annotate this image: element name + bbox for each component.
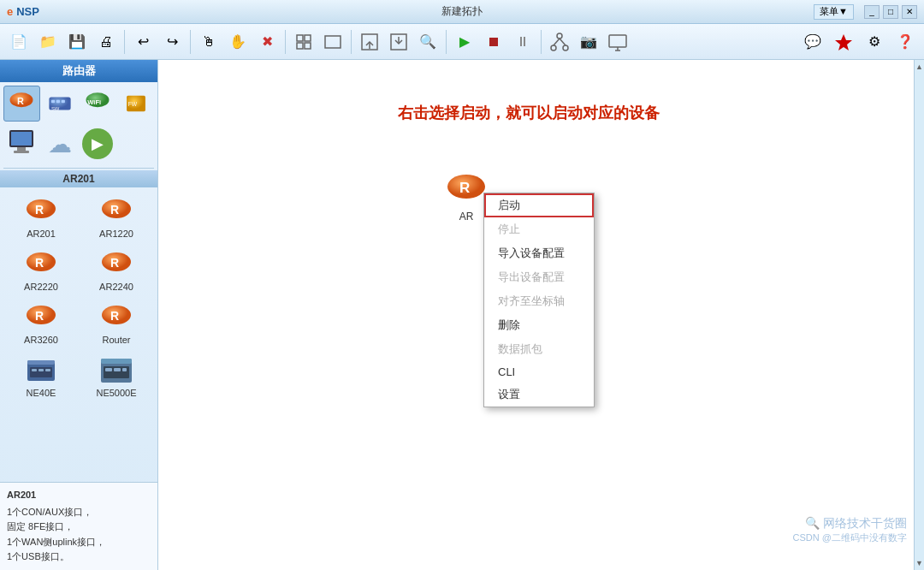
- sidebar: 路由器 R SW: [0, 60, 158, 570]
- sidebar-divider: [3, 168, 154, 169]
- forward-type-button[interactable]: ▶: [80, 125, 116, 163]
- ctx-delete[interactable]: 删除: [484, 313, 594, 337]
- cloud-type-button[interactable]: ☁: [42, 125, 79, 163]
- svg-text:SW: SW: [51, 106, 60, 111]
- firewall-type-button[interactable]: FW: [118, 86, 155, 122]
- stop-button[interactable]: ⏹: [480, 28, 507, 56]
- svg-text:R: R: [459, 180, 470, 196]
- pause-button[interactable]: ⏸: [509, 28, 536, 56]
- ctx-start[interactable]: 启动: [484, 193, 594, 217]
- link-button[interactable]: [290, 28, 317, 56]
- zoom-button[interactable]: 🔍: [414, 28, 441, 56]
- ctx-align: 对齐至坐标轴: [484, 289, 594, 313]
- sep1: [124, 30, 125, 54]
- redo-button[interactable]: ↪: [158, 28, 186, 56]
- monitor-button[interactable]: [604, 28, 631, 56]
- ctx-import-config[interactable]: 导入设备配置: [484, 241, 594, 265]
- huawei-button[interactable]: [830, 28, 857, 56]
- description-box: AR201 1个CON/AUX接口， 固定 8FE接口， 1个WAN侧uplin…: [0, 482, 157, 570]
- device-ar1220[interactable]: R AR1220: [80, 193, 152, 242]
- device-list-grid: R AR201 R AR1220 R: [0, 187, 157, 407]
- ne5000e-label: NE5000E: [96, 388, 136, 398]
- topo-button[interactable]: [546, 28, 573, 56]
- device-router[interactable]: R Router: [80, 299, 152, 348]
- maximize-button[interactable]: □: [883, 5, 898, 19]
- pc-monitor: [9, 130, 33, 147]
- scroll-down-btn[interactable]: ▼: [915, 556, 923, 570]
- title-bar-left: eNSP: [7, 5, 39, 18]
- scroll-up-btn[interactable]: ▲: [915, 60, 923, 74]
- menu-button[interactable]: 菜单▼: [814, 4, 854, 20]
- svg-rect-41: [27, 360, 55, 365]
- save-button[interactable]: 💾: [63, 28, 91, 56]
- close-button[interactable]: ✕: [902, 5, 917, 19]
- hand-button[interactable]: ✋: [224, 28, 252, 56]
- svg-rect-20: [51, 100, 55, 103]
- app-logo: eNSP: [7, 5, 39, 18]
- watermark-line1: 🔍 网络技术干货圈: [793, 516, 907, 531]
- ctx-settings[interactable]: 设置: [484, 383, 594, 407]
- svg-text:R: R: [35, 203, 44, 217]
- minimize-button[interactable]: _: [864, 5, 880, 19]
- settings-button[interactable]: ⚙: [861, 28, 888, 56]
- svg-text:R: R: [17, 96, 24, 106]
- device-list-title: AR201: [0, 170, 157, 187]
- router-type-button[interactable]: R: [3, 86, 40, 122]
- canvas-area[interactable]: ▲ ▼ 右击选择启动，就可以启动对应的设备 R AR 启动 停止 导入设备配置 …: [158, 60, 924, 570]
- open-button[interactable]: 📁: [34, 28, 62, 56]
- svg-rect-14: [609, 35, 626, 47]
- device-ar2220[interactable]: R AR2220: [5, 246, 77, 295]
- capture-button[interactable]: 📷: [575, 28, 602, 56]
- delete-button[interactable]: ✖: [253, 28, 281, 56]
- svg-rect-42: [30, 367, 52, 377]
- rect-button[interactable]: [319, 28, 346, 56]
- device-list-section: AR201 R AR201 R AR1220: [0, 170, 157, 482]
- vertical-scrollbar[interactable]: ▲ ▼: [914, 60, 924, 570]
- device-type-grid: R SW WiFi: [0, 82, 157, 125]
- svg-rect-50: [114, 368, 121, 371]
- canvas-device-ar[interactable]: R AR: [445, 171, 488, 223]
- ar201-label: AR201: [27, 229, 56, 239]
- export-button[interactable]: [356, 28, 383, 56]
- svg-line-13: [560, 39, 566, 45]
- svg-line-12: [554, 39, 560, 45]
- device-ar2240[interactable]: R AR2240: [80, 246, 152, 295]
- svg-rect-4: [325, 36, 341, 48]
- pc-type-button[interactable]: [3, 125, 40, 163]
- ne40e-label: NE40E: [27, 388, 56, 398]
- watermark: 🔍 网络技术干货圈 CSDN @二维码中没有数字: [793, 516, 907, 544]
- ctx-export-config: 导出设备配置: [484, 265, 594, 289]
- svg-text:FW: FW: [127, 101, 137, 107]
- logo-e: e: [7, 5, 13, 18]
- ar2220-label: AR2220: [24, 282, 58, 292]
- import-button[interactable]: [385, 28, 412, 56]
- svg-rect-22: [61, 100, 64, 103]
- svg-text:WiFi: WiFi: [87, 98, 101, 106]
- svg-rect-51: [122, 368, 127, 371]
- device-ar201[interactable]: R AR201: [5, 193, 77, 242]
- wireless-type-button[interactable]: WiFi: [80, 86, 116, 122]
- ctx-cli[interactable]: CLI: [484, 361, 594, 383]
- select-button[interactable]: 🖱: [195, 28, 222, 56]
- help-button[interactable]: ❓: [891, 28, 919, 56]
- undo-button[interactable]: ↩: [129, 28, 157, 56]
- start-button[interactable]: ▶: [451, 28, 478, 56]
- device-ne40e[interactable]: NE40E: [5, 352, 77, 401]
- main-layout: 路由器 R SW: [0, 60, 924, 570]
- svg-rect-47: [101, 359, 132, 364]
- print-button[interactable]: 🖨: [92, 28, 120, 56]
- title-bar: eNSP 新建拓扑 菜单▼ _ □ ✕: [0, 0, 924, 24]
- svg-rect-21: [56, 100, 60, 103]
- svg-rect-1: [305, 35, 311, 41]
- switch-type-button[interactable]: SW: [42, 86, 79, 122]
- chat-button[interactable]: 💬: [799, 28, 826, 56]
- sidebar-title: 路由器: [0, 60, 157, 82]
- desc-title: AR201: [7, 488, 151, 503]
- new-file-button[interactable]: 📄: [5, 28, 33, 56]
- svg-text:R: R: [35, 256, 44, 270]
- svg-rect-0: [297, 35, 303, 41]
- device-ar3260[interactable]: R AR3260: [5, 299, 77, 348]
- device-ne5000e[interactable]: NE5000E: [80, 352, 152, 401]
- sep2: [190, 30, 191, 54]
- toolbar: 📄 📁 💾 🖨 ↩ ↪ 🖱 ✋ ✖ 🔍 ▶ ⏹ ⏸ 📷 💬 ⚙ ❓: [0, 24, 924, 60]
